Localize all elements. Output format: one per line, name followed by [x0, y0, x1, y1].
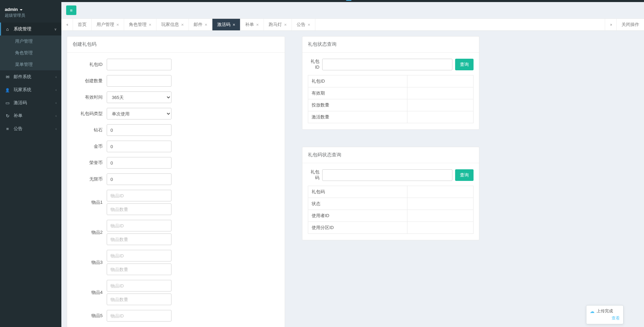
- item5-id-input[interactable]: [107, 310, 171, 322]
- user-menu-toggle[interactable]: admin: [5, 7, 57, 12]
- upload-toast: ☁ 上传完成 查看: [586, 305, 624, 324]
- user-icon: [5, 87, 10, 93]
- valid_time-select[interactable]: 365天: [107, 91, 171, 103]
- tab-mail[interactable]: 邮件✕: [189, 19, 212, 30]
- tab-repay[interactable]: 补单✕: [240, 19, 264, 30]
- tab-roles[interactable]: 角色管理✕: [124, 19, 156, 30]
- sidebar-subitem-menus[interactable]: 菜单管理: [0, 59, 61, 70]
- chevron-left-icon: ‹: [56, 75, 57, 79]
- sidebar-toggle-button[interactable]: [66, 5, 76, 15]
- gift-id-query-button[interactable]: 查询: [455, 59, 474, 70]
- topbar-row: [61, 2, 644, 18]
- sidebar-submenu-system: 用户管理角色管理菜单管理: [0, 35, 61, 70]
- sidebar-item-playersys[interactable]: 玩家系统‹: [0, 83, 61, 96]
- close-icon[interactable]: ✕: [308, 23, 310, 27]
- table-row: 使用分区ID: [308, 222, 474, 234]
- tabs-scroll-right-button[interactable]: [605, 19, 616, 30]
- gift-code-query-button[interactable]: 查询: [455, 169, 474, 181]
- create_qty-input[interactable]: [107, 75, 171, 87]
- tab-label: 跑马灯: [269, 22, 282, 28]
- tab-playerinfo[interactable]: 玩家信息✕: [156, 19, 189, 30]
- sidebar-subitem-roles[interactable]: 角色管理: [0, 47, 61, 59]
- close-icon[interactable]: ✕: [116, 23, 119, 27]
- close-operations-label: 关闭操作: [621, 22, 639, 28]
- close-icon[interactable]: ✕: [284, 23, 287, 27]
- page-body: 创建礼包码 礼包ID创建数量有效时间365天礼包码类型单次使用钻石金币荣誉币无限…: [61, 31, 644, 327]
- tabs-container: 首页用户管理✕角色管理✕玩家信息✕邮件✕激活码✕补单✕跑马灯✕公告✕: [73, 19, 605, 30]
- sidebar-item-label: 补单: [14, 113, 23, 119]
- item1-label: 物品1: [73, 199, 107, 205]
- gold-input[interactable]: [107, 141, 171, 152]
- mail-icon: [5, 74, 10, 80]
- tab-label: 邮件: [194, 22, 203, 28]
- menu-icon: [70, 8, 73, 13]
- close-icon[interactable]: ✕: [149, 23, 151, 27]
- create-code-panel: 创建礼包码 礼包ID创建数量有效时间365天礼包码类型单次使用钻石金币荣誉币无限…: [67, 36, 285, 327]
- tab-activation[interactable]: 激活码✕: [212, 19, 240, 30]
- code_type-select[interactable]: 单次使用: [107, 108, 171, 119]
- create_qty-label: 创建数量: [73, 78, 107, 84]
- sidebar-item-system[interactable]: 系统管理∨: [0, 23, 61, 35]
- table-row: 礼包ID: [308, 75, 474, 87]
- main-area: 首页用户管理✕角色管理✕玩家信息✕邮件✕激活码✕补单✕跑马灯✕公告✕ 关闭操作 …: [61, 2, 644, 327]
- code-status-key-1: 状态: [308, 198, 407, 210]
- tab-users[interactable]: 用户管理✕: [92, 19, 124, 30]
- close-icon[interactable]: ✕: [256, 23, 259, 27]
- code-status-panel-title: 礼包码状态查询: [302, 147, 479, 163]
- gift_id-input[interactable]: [107, 59, 171, 70]
- create-code-panel-title: 创建礼包码: [67, 37, 285, 53]
- tab-notice[interactable]: 公告✕: [292, 19, 315, 30]
- honor-label: 荣誉币: [73, 160, 107, 166]
- code-status-key-0: 礼包码: [308, 186, 407, 198]
- sidebar-subitem-users[interactable]: 用户管理: [0, 35, 61, 47]
- code-status-key-3: 使用分区ID: [308, 222, 407, 234]
- table-row: 礼包码: [308, 186, 474, 198]
- item4-id-input[interactable]: [107, 280, 171, 292]
- code-status-val-0: [407, 186, 474, 198]
- table-row: 激活数量: [308, 111, 474, 123]
- tabs-scroll-left-button[interactable]: [61, 19, 73, 30]
- tab-label: 激活码: [217, 22, 230, 28]
- tab-label: 补单: [245, 22, 254, 28]
- upload-toast-view-link[interactable]: 查看: [590, 315, 620, 321]
- chevron-down-icon: ∨: [54, 27, 57, 31]
- caret-down-icon: [20, 9, 23, 11]
- item3-qty-input[interactable]: [107, 264, 171, 275]
- chevron-left-icon: [66, 22, 68, 27]
- gift-id-query-input[interactable]: [322, 59, 452, 70]
- close-icon[interactable]: ✕: [233, 23, 235, 27]
- code-status-table: 礼包码状态使用者ID使用分区ID: [308, 186, 474, 234]
- create-code-form: 礼包ID创建数量有效时间365天礼包码类型单次使用钻石金币荣誉币无限币物品1物品…: [67, 53, 285, 327]
- item5-label: 物品5: [73, 313, 107, 319]
- infinite-input[interactable]: [107, 173, 171, 185]
- item3-id-input[interactable]: [107, 250, 171, 261]
- tab-home[interactable]: 首页: [73, 19, 92, 30]
- code-status-key-2: 使用者ID: [308, 210, 407, 222]
- user-block: admin 超级管理员: [0, 2, 61, 23]
- gift-status-key-3: 激活数量: [308, 111, 407, 123]
- item4-qty-input[interactable]: [107, 294, 171, 305]
- gift-status-table: 礼包ID有效期投放数量激活数量: [308, 75, 474, 123]
- sidebar-item-activation[interactable]: 激活码‹: [0, 96, 61, 109]
- item1-qty-input[interactable]: [107, 203, 171, 215]
- item2-qty-input[interactable]: [107, 233, 171, 245]
- item1-id-input[interactable]: [107, 190, 171, 201]
- item2-id-input[interactable]: [107, 220, 171, 231]
- tab-marquee[interactable]: 跑马灯✕: [264, 19, 292, 30]
- gift-code-query-input[interactable]: [322, 169, 452, 181]
- close-operations-dropdown[interactable]: 关闭操作: [616, 19, 644, 30]
- home-icon: [5, 27, 10, 32]
- diamond-input[interactable]: [107, 124, 171, 136]
- gift-code-query-label: 礼包码: [308, 169, 319, 181]
- honor-input[interactable]: [107, 157, 171, 169]
- sidebar-item-notice[interactable]: 公告‹: [0, 122, 61, 135]
- table-row: 投放数量: [308, 99, 474, 111]
- tab-label: 玩家信息: [161, 22, 179, 28]
- sidebar-item-mailsys[interactable]: 邮件系统‹: [0, 70, 61, 83]
- user-role-label: 超级管理员: [5, 13, 57, 18]
- close-icon[interactable]: ✕: [205, 23, 207, 27]
- close-icon[interactable]: ✕: [181, 23, 184, 27]
- sidebar-item-repay[interactable]: 补单‹: [0, 109, 61, 122]
- top-tag: [346, 0, 351, 1]
- ticket-icon: [5, 100, 10, 105]
